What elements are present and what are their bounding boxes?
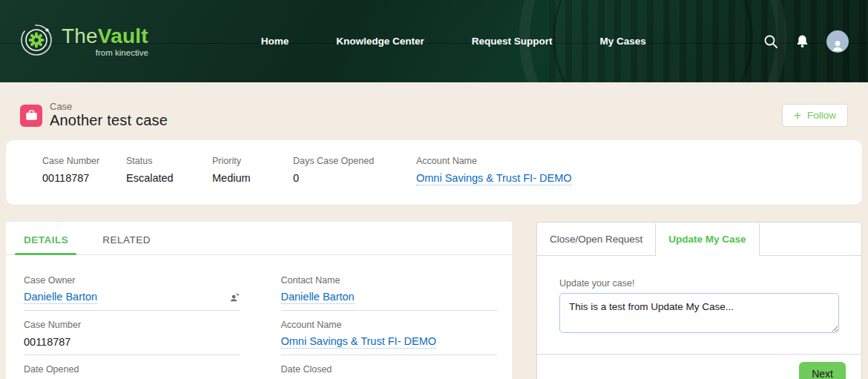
account-name-detail-link[interactable]: Omni Savings & Trust FI- DEMO	[281, 335, 437, 349]
summary-value: Escalated	[126, 172, 203, 184]
summary-label: Days Case Opened	[293, 156, 407, 166]
update-form-footer: Next	[537, 354, 861, 379]
nav-item-request-support[interactable]: Request Support	[472, 36, 553, 47]
case-update-textarea[interactable]: This is a test from Update My Case...	[559, 293, 839, 333]
case-number-value: 00118787	[24, 336, 70, 348]
notifications-bell-icon[interactable]	[795, 34, 809, 48]
main-nav: Home Knowledge Center Request Support My…	[261, 36, 646, 47]
next-button[interactable]: Next	[799, 362, 846, 379]
account-name-link[interactable]: Omni Savings & Trust FI- DEMO	[416, 172, 572, 185]
field-account-name: Account Name Omni Savings & Trust FI- DE…	[281, 320, 498, 355]
field-date-opened: Date Opened 5/29/2024	[24, 364, 240, 379]
summary-field-account-name: Account Name Omni Savings & Trust FI- DE…	[416, 156, 581, 185]
case-owner-link[interactable]: Danielle Barton	[24, 291, 97, 304]
field-label: Case Number	[24, 320, 240, 330]
summary-label: Case Number	[42, 156, 117, 166]
update-case-form: Update your case! This is a test from Up…	[537, 256, 861, 354]
summary-value: 00118787	[42, 172, 117, 184]
summary-label: Status	[126, 156, 203, 166]
case-icon	[20, 105, 42, 127]
nav-item-knowledge-center[interactable]: Knowledge Center	[336, 36, 424, 47]
summary-field-days-case-opened: Days Case Opened 0	[293, 156, 416, 185]
nav-item-my-cases[interactable]: My Cases	[600, 36, 646, 47]
details-fields: Case Owner Danielle Barton Contact Name	[6, 255, 512, 379]
nav-actions	[763, 30, 849, 53]
page-title: Another test case	[50, 112, 168, 129]
tab-details[interactable]: DETAILS	[24, 222, 68, 254]
field-label: Case Owner	[24, 275, 240, 286]
field-case-owner: Case Owner Danielle Barton	[24, 275, 240, 311]
search-icon[interactable]	[763, 34, 778, 49]
user-avatar-person-icon	[830, 39, 845, 53]
brand-name-vault: Vault	[98, 24, 148, 47]
tab-close-open-request[interactable]: Close/Open Request	[537, 223, 656, 255]
details-card: DETAILS RELATED Case Owner Danielle Bart…	[6, 222, 512, 379]
field-label: Date Opened	[24, 364, 240, 375]
summary-field-case-number: Case Number 00118787	[42, 156, 126, 185]
tab-related[interactable]: RELATED	[102, 222, 151, 254]
field-contact-name: Contact Name Danielle Barton	[281, 275, 498, 311]
summary-value: 0	[293, 172, 407, 184]
brand-logo[interactable]: TheVault from kinective	[19, 23, 148, 60]
field-date-closed: Date Closed	[281, 364, 498, 379]
summary-field-priority: Priority Medium	[212, 156, 293, 185]
field-label: Contact Name	[281, 275, 498, 286]
change-owner-icon[interactable]	[228, 291, 240, 303]
brand-name-the: The	[62, 24, 98, 47]
main-content: DETAILS RELATED Case Owner Danielle Bart…	[6, 222, 862, 379]
follow-button[interactable]: + Follow	[782, 104, 848, 127]
field-label: Date Closed	[281, 364, 498, 375]
nav-item-home[interactable]: Home	[261, 36, 289, 47]
summary-field-status: Status Escalated	[126, 156, 212, 185]
user-avatar[interactable]	[826, 30, 849, 53]
top-navbar: TheVault from kinective Home Knowledge C…	[0, 0, 868, 82]
update-textarea-label: Update your case!	[559, 278, 839, 289]
field-case-number: Case Number 00118787	[24, 320, 240, 355]
case-actions-card: Close/Open Request Update My Case Update…	[536, 222, 862, 379]
record-header: Case Another test case + Follow	[0, 82, 868, 140]
summary-label: Account Name	[416, 156, 572, 166]
case-summary-card: Case Number 00118787 Status Escalated Pr…	[6, 140, 862, 205]
follow-button-label: Follow	[807, 110, 836, 121]
brand-tagline: from kinective	[62, 48, 148, 57]
tab-update-my-case[interactable]: Update My Case	[656, 223, 759, 255]
actions-tabbar: Close/Open Request Update My Case	[537, 223, 861, 256]
summary-label: Priority	[212, 156, 284, 166]
vault-logo-icon	[19, 23, 53, 60]
details-tabbar: DETAILS RELATED	[6, 222, 512, 255]
record-object-label: Case	[50, 102, 168, 112]
field-label: Account Name	[281, 320, 498, 330]
summary-value: Medium	[212, 172, 284, 184]
plus-icon: +	[794, 109, 801, 122]
contact-name-link[interactable]: Danielle Barton	[281, 291, 355, 304]
